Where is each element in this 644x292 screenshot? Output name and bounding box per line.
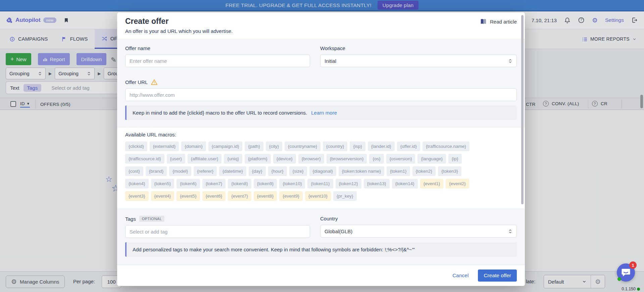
macro-chip[interactable]: {event9} bbox=[279, 191, 303, 201]
macro-chip[interactable]: {offer.id} bbox=[397, 141, 420, 151]
modal-scrollbar-thumb[interactable] bbox=[521, 15, 524, 204]
macro-chip[interactable]: {language} bbox=[417, 154, 446, 164]
macro-chip[interactable]: {token2} bbox=[412, 166, 436, 176]
macro-chip[interactable]: {user} bbox=[167, 154, 185, 164]
macro-chip[interactable]: {token11} bbox=[307, 179, 333, 189]
macro-chip[interactable]: {event4} bbox=[151, 191, 175, 201]
macro-chip[interactable]: {referer} bbox=[194, 166, 217, 176]
macro-chip[interactable]: {token5} bbox=[151, 179, 175, 189]
create-offer-modal: Create offer An offer is your ad URL whi… bbox=[117, 12, 525, 286]
create-offer-button[interactable]: Create offer bbox=[478, 269, 517, 282]
macro-chip[interactable]: {externalid} bbox=[150, 141, 179, 151]
country-label: Country bbox=[320, 216, 517, 221]
modal-title: Create offer bbox=[125, 17, 517, 26]
macro-chip[interactable]: {brand} bbox=[146, 166, 167, 176]
macro-chip[interactable]: {pr_key} bbox=[333, 191, 357, 201]
macro-chip[interactable]: {token13} bbox=[364, 179, 390, 189]
tags-note: Add personalized tags to make your searc… bbox=[125, 242, 517, 257]
modal-body: Offer name Workspace Initial Offer URL bbox=[117, 39, 525, 265]
workspace-select[interactable]: Initial bbox=[320, 54, 517, 67]
macro-chip[interactable]: {countryname} bbox=[285, 141, 320, 151]
macro-chip[interactable]: {hour} bbox=[268, 166, 287, 176]
macro-chip[interactable]: {event3} bbox=[125, 191, 149, 201]
select-chevrons-icon bbox=[508, 229, 512, 234]
chat-online-dot bbox=[617, 277, 621, 281]
macro-chip[interactable]: {trafficsource.name} bbox=[423, 141, 469, 151]
macro-chip[interactable]: {token12} bbox=[336, 179, 361, 189]
macro-chip[interactable]: {event10} bbox=[305, 191, 331, 201]
macro-chip[interactable]: {os} bbox=[369, 154, 384, 164]
macro-chip[interactable]: {domain} bbox=[181, 141, 206, 151]
macro-chip[interactable]: {datetime} bbox=[219, 166, 246, 176]
chat-unread-badge: 1 bbox=[629, 261, 637, 269]
country-select[interactable]: Global(GLB) bbox=[320, 225, 517, 238]
macro-chip[interactable]: {isp} bbox=[350, 141, 365, 151]
macro-chip[interactable]: {event5} bbox=[177, 191, 200, 201]
macro-chip[interactable]: {token14} bbox=[392, 179, 418, 189]
read-article-link[interactable]: Read article bbox=[480, 18, 517, 25]
macro-chip[interactable]: {event2} bbox=[446, 179, 469, 189]
macro-chip[interactable]: {clickid} bbox=[125, 141, 147, 151]
macro-chip[interactable]: {size} bbox=[289, 166, 307, 176]
macro-chip[interactable]: {token6} bbox=[177, 179, 200, 189]
macro-chip[interactable]: {affiliate.user} bbox=[188, 154, 222, 164]
offer-url-input[interactable] bbox=[125, 88, 517, 101]
chat-widget-button[interactable]: 1 bbox=[617, 263, 635, 282]
tags-label: Tags bbox=[125, 216, 136, 222]
macro-chip[interactable]: {token:token name} bbox=[339, 166, 384, 176]
macro-chip[interactable]: {event8} bbox=[254, 191, 277, 201]
macro-chip[interactable]: {model} bbox=[169, 166, 191, 176]
warning-icon bbox=[151, 79, 157, 85]
macro-chip[interactable]: {uniq} bbox=[224, 154, 242, 164]
macro-chip[interactable]: {day} bbox=[249, 166, 266, 176]
macro-chip[interactable]: {token1} bbox=[387, 166, 410, 176]
learn-more-link[interactable]: Learn more bbox=[311, 110, 337, 116]
tags-input[interactable] bbox=[125, 225, 310, 238]
macro-chip[interactable]: {browserversion} bbox=[327, 154, 367, 164]
macro-chip[interactable]: {browser} bbox=[298, 154, 324, 164]
macro-chip[interactable]: {city} bbox=[266, 141, 282, 151]
macro-chip[interactable]: {campaign.id} bbox=[208, 141, 243, 151]
macros-title: Available URL macros: bbox=[125, 132, 517, 137]
macro-chip[interactable]: {country} bbox=[323, 141, 347, 151]
chat-bubble-icon bbox=[621, 268, 631, 277]
clickid-note: Keep in mind to add the {clickid} macro … bbox=[125, 106, 517, 120]
offer-name-input[interactable] bbox=[125, 54, 310, 67]
macro-chip[interactable]: {token8} bbox=[228, 179, 251, 189]
macro-chip[interactable]: {event6} bbox=[202, 191, 226, 201]
macro-chip[interactable]: {event7} bbox=[228, 191, 251, 201]
macro-chip[interactable]: {event1} bbox=[420, 179, 444, 189]
macro-chip[interactable]: {osversion} bbox=[386, 154, 415, 164]
select-chevrons-icon bbox=[508, 58, 512, 64]
optional-badge: OPTIONAL bbox=[139, 216, 165, 222]
macro-chip[interactable]: {cost} bbox=[125, 166, 143, 176]
macro-chip[interactable]: {token10} bbox=[279, 179, 305, 189]
macro-chip[interactable]: {token4} bbox=[125, 179, 149, 189]
macro-chip[interactable]: {ip} bbox=[448, 154, 462, 164]
macro-chip[interactable]: {token3} bbox=[438, 166, 461, 176]
cancel-button[interactable]: Cancel bbox=[452, 273, 468, 279]
macro-chip[interactable]: {trafficsource.id} bbox=[125, 154, 164, 164]
modal-footer: Cancel Create offer bbox=[117, 265, 525, 286]
url-macros-section: Available URL macros: {clickid}{external… bbox=[117, 128, 525, 208]
modal-header: Create offer An offer is your ad URL whi… bbox=[117, 12, 525, 39]
macro-chip[interactable]: {token9} bbox=[254, 179, 277, 189]
modal-subtitle: An offer is your ad URL which you will a… bbox=[125, 28, 517, 34]
macro-chip[interactable]: {device} bbox=[273, 154, 296, 164]
macro-chip[interactable]: {diagonal} bbox=[309, 166, 336, 176]
workspace-label: Workspace bbox=[320, 45, 517, 51]
book-icon bbox=[480, 18, 487, 25]
macro-chip[interactable]: {path} bbox=[245, 141, 263, 151]
macro-chip[interactable]: {token7} bbox=[202, 179, 226, 189]
macro-chip[interactable]: {platform} bbox=[245, 154, 271, 164]
offer-name-label: Offer name bbox=[125, 45, 310, 51]
offer-url-label: Offer URL bbox=[125, 79, 148, 85]
macro-chip[interactable]: {lander.id} bbox=[368, 141, 395, 151]
